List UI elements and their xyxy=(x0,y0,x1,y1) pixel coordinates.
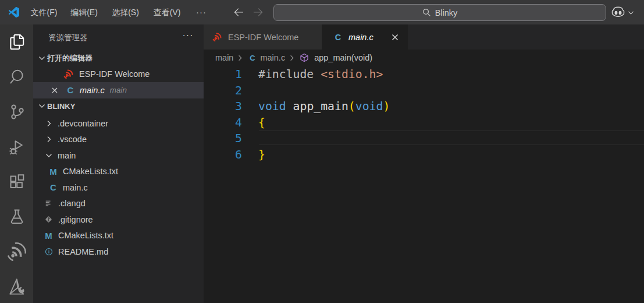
cmake-file-icon: M xyxy=(44,231,53,240)
tab-label: main.c xyxy=(348,33,373,42)
activity-explorer[interactable] xyxy=(0,24,33,59)
navigate-back-icon[interactable] xyxy=(233,6,244,18)
tree-item-label: .devcontainer xyxy=(58,119,108,128)
menu-overflow-ellipsis[interactable]: ··· xyxy=(193,0,209,24)
close-icon[interactable] xyxy=(390,33,400,42)
open-editor-description: main xyxy=(110,86,127,94)
activity-source-control[interactable] xyxy=(0,94,33,129)
code-line-1: #include <stdio.h> xyxy=(258,66,390,83)
vscode-window: 文件(F) 编辑(E) 选择(S) 查看(V) ··· Blinky xyxy=(0,0,644,303)
activity-bar xyxy=(0,24,33,303)
copilot-menu[interactable] xyxy=(611,5,636,19)
copilot-icon xyxy=(611,6,625,19)
open-editor-label: main.c xyxy=(80,86,105,95)
menu-file[interactable]: 文件(F) xyxy=(30,0,58,24)
code-line-2 xyxy=(258,83,390,99)
c-file-icon: C xyxy=(49,183,58,192)
sidebar-more-actions-icon[interactable]: ··· xyxy=(180,27,196,44)
project-section-header[interactable]: BLINKY xyxy=(33,98,204,115)
breadcrumbs: main C main.c app_main(void) xyxy=(204,50,644,66)
code-line-3: void app_main(void) xyxy=(258,98,390,115)
tree-item-vscode[interactable]: .vscode xyxy=(33,132,204,148)
extensions-icon xyxy=(8,172,26,191)
vscode-logo-icon xyxy=(9,7,19,17)
activity-espressif-idf[interactable] xyxy=(0,234,33,269)
run-debug-icon xyxy=(8,138,26,156)
search-icon xyxy=(422,8,431,17)
tree-item-label: CMakeLists.txt xyxy=(63,167,118,176)
chevron-right-icon xyxy=(236,54,244,62)
cmake-file-icon: M xyxy=(49,167,58,176)
activity-cmake[interactable] xyxy=(0,269,33,303)
c-file-icon: C xyxy=(66,85,75,95)
command-center-text: Blinky xyxy=(435,8,458,17)
activity-extensions[interactable] xyxy=(0,164,33,199)
code-line-5 xyxy=(258,131,390,147)
open-editor-label: ESP-IDF Welcome xyxy=(79,69,150,79)
symbol-method-icon xyxy=(300,53,309,62)
editor-tabs-bar: ESP-IDF Welcome C main.c xyxy=(204,24,644,50)
breadcrumb-symbol[interactable]: app_main(void) xyxy=(314,53,372,62)
navigate-forward-icon[interactable] xyxy=(252,6,264,18)
tree-item-clangd[interactable]: .clangd xyxy=(33,196,204,212)
line-numbers: 1 2 3 4 5 6 xyxy=(204,66,242,163)
open-editor-main-c[interactable]: C main.c main xyxy=(33,82,204,98)
tree-item-readme[interactable]: README.md xyxy=(33,244,204,260)
code-content: #include <stdio.h> void app_main(void) {… xyxy=(258,66,390,163)
tree-item-gitignore[interactable]: .gitignore xyxy=(33,212,204,228)
tree-item-devcontainer[interactable]: .devcontainer xyxy=(33,115,204,132)
title-bar: 文件(F) 编辑(E) 选择(S) 查看(V) ··· Blinky xyxy=(0,0,644,24)
command-center-search[interactable]: Blinky xyxy=(273,4,606,21)
menu-view[interactable]: 查看(V) xyxy=(152,0,182,24)
explorer-icon xyxy=(8,33,26,51)
tree-item-label: main.c xyxy=(63,183,88,192)
open-editor-esp-idf-welcome[interactable]: ESP-IDF Welcome xyxy=(33,66,204,83)
info-file-icon xyxy=(44,247,53,256)
code-editor[interactable]: 1 2 3 4 5 6 #include <stdio.h> void app_… xyxy=(204,66,644,303)
c-file-icon: C xyxy=(333,32,343,42)
breadcrumb-file[interactable]: main.c xyxy=(260,53,285,62)
tree-item-label: .gitignore xyxy=(58,215,93,224)
close-icon[interactable] xyxy=(50,86,59,95)
git-file-icon xyxy=(44,215,53,224)
espressif-idf-icon xyxy=(6,241,27,262)
chevron-down-icon xyxy=(627,9,635,16)
chevron-down-icon xyxy=(37,54,47,63)
code-line-4: { xyxy=(258,115,390,131)
tree-item-label: main xyxy=(58,151,76,160)
project-name-label: BLINKY xyxy=(47,102,75,111)
activity-search[interactable] xyxy=(0,59,33,94)
chevron-right-icon xyxy=(44,119,54,128)
tab-esp-idf-welcome[interactable]: ESP-IDF Welcome xyxy=(204,24,322,50)
activity-testing[interactable] xyxy=(0,199,33,234)
source-control-icon xyxy=(8,103,26,121)
tree-item-main-folder[interactable]: main xyxy=(33,147,204,164)
tree-item-cmakelists-main[interactable]: M CMakeLists.txt xyxy=(33,164,204,180)
tab-label: ESP-IDF Welcome xyxy=(228,33,298,42)
c-file-icon: C xyxy=(248,53,257,62)
sidebar-title-row: 资源管理器 ··· xyxy=(33,24,204,50)
tree-item-label: .clangd xyxy=(58,199,86,208)
open-editors-header[interactable]: 打开的编辑器 xyxy=(33,50,204,66)
tree-item-label: README.md xyxy=(58,247,108,256)
menu-edit[interactable]: 编辑(E) xyxy=(70,0,98,24)
cmake-icon xyxy=(8,277,26,296)
code-line-6: } xyxy=(258,147,390,163)
search-icon xyxy=(8,68,26,86)
breadcrumb-folder[interactable]: main xyxy=(215,53,233,62)
espressif-file-icon xyxy=(212,33,222,42)
tree-item-label: .vscode xyxy=(58,135,87,144)
chevron-down-icon xyxy=(37,101,47,111)
tree-item-main-c[interactable]: C main.c xyxy=(33,179,204,196)
chevron-right-icon xyxy=(44,135,54,144)
config-file-icon xyxy=(44,199,53,208)
sidebar-title: 资源管理器 xyxy=(48,33,88,43)
tree-item-cmakelists-root[interactable]: M CMakeLists.txt xyxy=(33,228,204,244)
activity-run-debug[interactable] xyxy=(0,129,33,164)
tab-main-c[interactable]: C main.c xyxy=(322,24,408,50)
open-editors-label: 打开的编辑器 xyxy=(47,53,92,64)
chevron-down-icon xyxy=(44,151,54,160)
menu-select[interactable]: 选择(S) xyxy=(111,0,140,24)
espressif-file-icon xyxy=(63,69,73,79)
testing-icon xyxy=(8,207,26,226)
